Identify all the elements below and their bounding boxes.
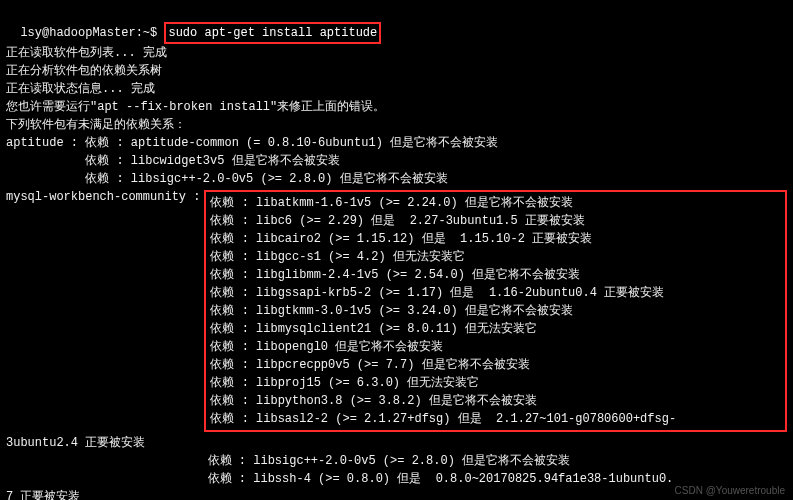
dep-line: 依赖 : libproj15 (>= 6.3.0) 但无法安装它: [210, 374, 781, 392]
command-highlight-box: sudo apt-get install aptitude: [164, 22, 381, 44]
output-line: 3ubuntu2.4 正要被安装: [6, 434, 787, 452]
dep-line: 依赖 : libcairo2 (>= 1.15.12) 但是 1.15.10-2…: [210, 230, 781, 248]
prompt-sep: :: [136, 26, 143, 40]
dep-line: 依赖 : libsigc++-2.0-0v5 (>= 2.8.0) 但是它将不会…: [6, 452, 787, 470]
output-line: 您也许需要运行"apt --fix-broken install"来修正上面的错…: [6, 98, 787, 116]
dep-line: 依赖 : libc6 (>= 2.29) 但是 2.27-3ubuntu1.5 …: [210, 212, 781, 230]
dep-line: 依赖 : libatkmm-1.6-1v5 (>= 2.24.0) 但是它将不会…: [210, 194, 781, 212]
output-line: 正在读取状态信息... 完成: [6, 80, 787, 98]
dep-line: 依赖 : libssh-4 (>= 0.8.0) 但是 0.8.0~201708…: [6, 470, 787, 488]
output-line: 正在分析软件包的依赖关系树: [6, 62, 787, 80]
prompt-line: lsy@hadoopMaster:~$ sudo apt-get install…: [6, 4, 787, 44]
dep-line: 依赖 : libsigc++-2.0-0v5 (>= 2.8.0) 但是它将不会…: [6, 170, 787, 188]
dependency-highlight-box: 依赖 : libatkmm-1.6-1v5 (>= 2.24.0) 但是它将不会…: [204, 190, 787, 432]
mwc-head: mysql-workbench-community :: [6, 188, 200, 206]
dep-line: 依赖 : libmysqlclient21 (>= 8.0.11) 但无法安装它: [210, 320, 781, 338]
dep-line: 依赖 : libpcrecpp0v5 (>= 7.7) 但是它将不会被安装: [210, 356, 781, 374]
output-line: 7 正要被安装: [6, 488, 787, 500]
dep-line: 依赖 : libcwidget3v5 但是它将不会被安装: [6, 152, 787, 170]
dep-line: 依赖 : libpython3.8 (>= 3.8.2) 但是它将不会被安装: [210, 392, 781, 410]
dep-line: 依赖 : libgssapi-krb5-2 (>= 1.17) 但是 1.16-…: [210, 284, 781, 302]
dep-line: 依赖 : libsasl2-2 (>= 2.1.27+dfsg) 但是 2.1.…: [210, 410, 781, 428]
mwc-row: mysql-workbench-community : 依赖 : libatkm…: [6, 188, 787, 434]
dep-line: 依赖 : libopengl0 但是它将不会被安装: [210, 338, 781, 356]
prompt-userhost: lsy@hadoopMaster: [20, 26, 135, 40]
dep-line: 依赖 : libgtkmm-3.0-1v5 (>= 3.24.0) 但是它将不会…: [210, 302, 781, 320]
watermark: CSDN @Youweretrouble: [675, 483, 785, 498]
dep-line: 依赖 : libgcc-s1 (>= 4.2) 但无法安装它: [210, 248, 781, 266]
command-text[interactable]: sudo apt-get install aptitude: [168, 26, 377, 40]
prompt-path: ~: [143, 26, 150, 40]
output-line: 正在读取软件包列表... 完成: [6, 44, 787, 62]
dep-line: aptitude : 依赖 : aptitude-common (= 0.8.1…: [6, 134, 787, 152]
output-line: 下列软件包有未满足的依赖关系：: [6, 116, 787, 134]
dep-line: 依赖 : libglibmm-2.4-1v5 (>= 2.54.0) 但是它将不…: [210, 266, 781, 284]
prompt-dollar: $: [150, 26, 164, 40]
